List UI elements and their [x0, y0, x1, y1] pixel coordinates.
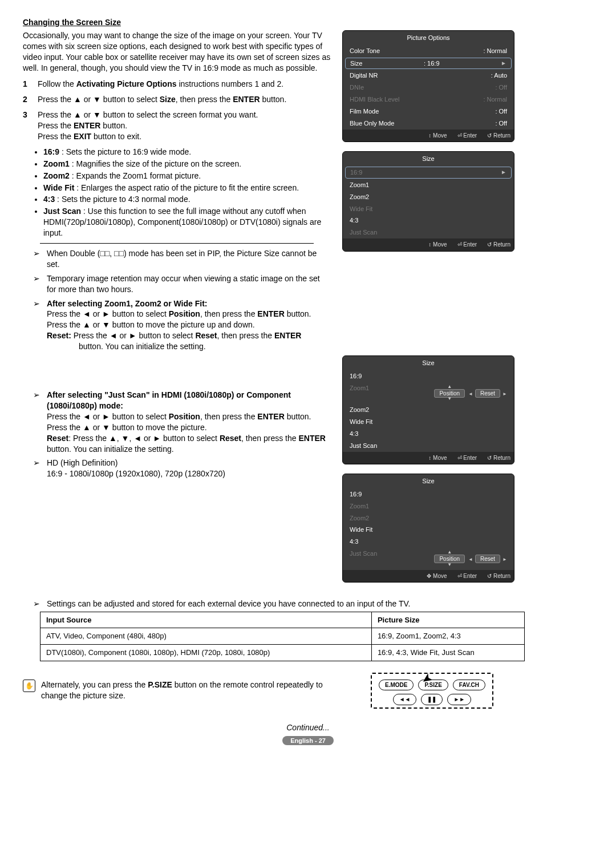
note-pip: When Double (□□, □□) mode has been set i…	[23, 248, 331, 270]
page-footer: English - 27	[23, 735, 593, 746]
remote-rewind-button: ◄◄	[393, 694, 417, 705]
remote-diagram: E.MODE P.SIZE FAV.CH ◄◄ ❚❚ ►► ➤	[371, 673, 493, 709]
tip-psize: ✋ Alternately, you can press the P.SIZE …	[23, 680, 342, 701]
modes-list: 16:9 : Sets the picture to 16:9 wide mod…	[23, 147, 331, 238]
continued-label: Continued...	[23, 722, 593, 733]
note-hd: HD (High Definition) 16:9 - 1080i/1080p …	[23, 458, 331, 479]
osd-position-button[interactable]: Position	[434, 389, 465, 398]
note-retention: Temporary image retention may occur when…	[23, 273, 331, 295]
separator	[40, 243, 314, 244]
remote-favch-button: FAV.CH	[453, 680, 485, 691]
remote-pause-button: ❚❚	[421, 694, 443, 705]
note-per-device: Settings can be adjusted and stored for …	[23, 599, 593, 609]
input-source-table: Input SourcePicture Size ATV, Video, Com…	[40, 612, 525, 661]
osd-picture-options: Picture Options Color Tone: Normal Size:…	[342, 30, 514, 142]
note-just-scan: After selecting "Just Scan" in HDMI (108…	[23, 390, 331, 454]
osd-reset-button[interactable]: Reset	[475, 555, 500, 563]
osd-size-justscan-selected: Size 16:9 Zoom1 Zoom2 Wide Fit 4:3 Just …	[342, 474, 514, 583]
step-1: 1 Follow the Activating Picture Options …	[23, 79, 331, 90]
osd-size-zoom-selected: Size 16:9 Zoom1 Position Reset Zoom2 Wid…	[342, 355, 514, 464]
osd-reset-button[interactable]: Reset	[475, 389, 500, 398]
step-3: 3 Press the ▲ or ▼ button to select the …	[23, 110, 331, 142]
intro-paragraph: Occasionally, you may want to change the…	[23, 30, 331, 74]
osd-size: Size 16:9 Zoom1 Zoom2 Wide Fit 4:3 Just …	[342, 151, 514, 251]
section-heading: Changing the Screen Size	[23, 17, 593, 28]
remote-forward-button: ►►	[447, 694, 471, 705]
note-zoom-widefit: After selecting Zoom1, Zoom2 or Wide Fit…	[23, 298, 331, 352]
step-2: 2 Press the ▲ or ▼ button to select Size…	[23, 94, 331, 105]
remote-emode-button: E.MODE	[379, 680, 414, 691]
remote-icon: ✋	[23, 680, 35, 692]
osd-position-button[interactable]: Position	[434, 555, 465, 563]
